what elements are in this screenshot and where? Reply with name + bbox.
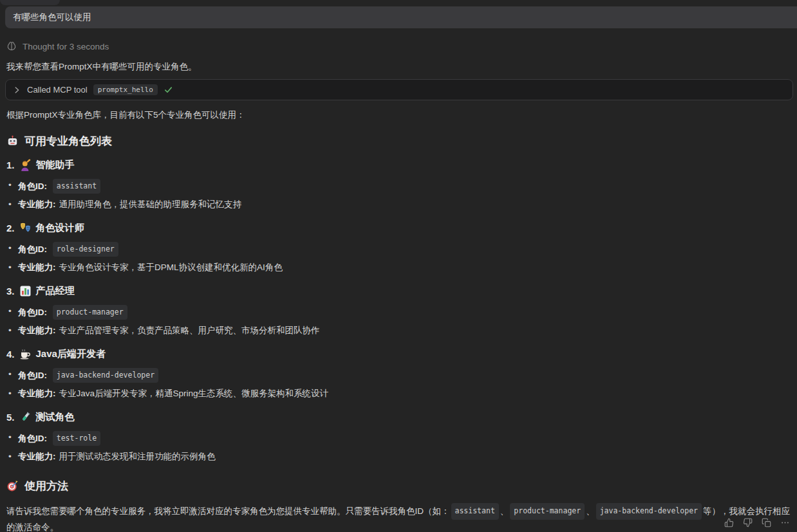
bar-chart-emoji-icon	[19, 285, 32, 297]
role-id-row: 角色ID: assistant	[6, 179, 797, 194]
assistant-intro: 我来帮您查看PromptX中有哪些可用的专业角色。	[6, 60, 791, 73]
role-id-label: 角色ID:	[18, 434, 47, 443]
role-ability-label: 专业能力:	[18, 389, 56, 398]
roles-section-heading: 可用专业角色列表	[6, 134, 797, 148]
role-title: 5. 测试角色	[6, 411, 797, 423]
message-actions-toolbar	[723, 517, 791, 528]
code-example-chip: assistant	[451, 503, 499, 520]
role-title: 3. 产品经理	[6, 285, 797, 297]
target-emoji-icon	[6, 480, 19, 492]
roles-heading-text: 可用专业角色列表	[24, 134, 112, 149]
role-ability-text: 专业产品管理专家，负责产品策略、用户研究、市场分析和团队协作	[59, 326, 320, 335]
usage-heading-text: 使用方法	[24, 479, 68, 493]
role-title: 2. 角色设计师	[6, 222, 797, 234]
more-icon[interactable]	[779, 517, 791, 528]
role-number: 1.	[6, 160, 15, 170]
copy-icon[interactable]	[760, 517, 772, 528]
role-number: 2.	[6, 223, 15, 234]
chevron-right-icon[interactable]	[12, 86, 21, 95]
role-id-chip: role-designer	[53, 242, 118, 257]
mcp-tool-call[interactable]: Called MCP tool promptx_hello	[5, 79, 793, 100]
assistant-summary: 根据PromptX专业角色库，目前有以下5个专业角色可以使用：	[6, 109, 791, 121]
role-id-chip: assistant	[53, 179, 100, 194]
role-id-chip: product-manager	[53, 305, 127, 320]
test-tube-emoji-icon	[19, 411, 32, 423]
usage-section-heading: 使用方法	[6, 479, 797, 493]
role-title: 4. Java后端开发者	[6, 348, 797, 360]
role-ability-text: 专业Java后端开发专家，精通Spring生态系统、微服务架构和系统设计	[59, 389, 329, 398]
code-example-chip: java-backend-developer	[596, 503, 702, 520]
role-id-row: 角色ID: test-role	[6, 431, 797, 446]
role-ability-row: 专业能力:专业Java后端开发专家，精通Spring生态系统、微服务架构和系统设…	[6, 387, 797, 400]
role-id-chip: java-backend-developer	[53, 368, 158, 383]
role-id-row: 角色ID: product-manager	[6, 305, 797, 320]
mcp-tool-name-badge: promptx_hello	[93, 84, 158, 95]
role-id-label: 角色ID:	[18, 371, 47, 380]
role-id-label: 角色ID:	[18, 181, 47, 191]
role-id-row: 角色ID: role-designer	[6, 242, 797, 257]
role-number: 3.	[6, 286, 15, 297]
coffee-emoji-icon	[19, 348, 32, 360]
role-ability-row: 专业能力:专业角色设计专家，基于DPML协议创建和优化新的AI角色	[6, 261, 797, 274]
role-ability-text: 专业角色设计专家，基于DPML协议创建和优化新的AI角色	[59, 262, 283, 272]
role-id-chip: test-role	[53, 431, 100, 446]
role-number: 4.	[6, 349, 15, 360]
role-title-text: 角色设计师	[36, 222, 84, 234]
role-ability-label: 专业能力:	[18, 452, 56, 461]
role-item: 4. Java后端开发者 角色ID: java-backend-develope…	[0, 348, 797, 400]
performing-arts-emoji-icon	[19, 222, 32, 234]
role-title-text: 产品经理	[36, 285, 75, 297]
role-ability-label: 专业能力:	[18, 326, 56, 335]
thought-summary[interactable]: Thought for 3 seconds	[6, 41, 797, 52]
role-id-label: 角色ID:	[18, 307, 47, 317]
thumbs-up-icon[interactable]	[723, 517, 735, 528]
role-ability-row: 专业能力:通用助理角色，提供基础的助理服务和记忆支持	[6, 198, 797, 211]
role-title-text: 测试角色	[36, 411, 75, 423]
role-ability-text: 通用助理角色，提供基础的助理服务和记忆支持	[59, 199, 242, 209]
code-example-chip: product-manager	[510, 503, 585, 520]
usage-paragraph: 请告诉我您需要哪个角色的专业服务，我将立即激活对应的专家角色为您提供专业帮助。只…	[6, 503, 791, 532]
role-ability-label: 专业能力:	[18, 199, 56, 209]
role-item: 2. 角色设计师 角色ID: role-designer 专业能力:专业角色设计…	[0, 222, 797, 274]
role-title: 1. 智能助手	[6, 159, 797, 171]
role-id-label: 角色ID:	[18, 244, 47, 254]
usage-text-before: 请告诉我您需要哪个角色的专业服务，我将立即激活对应的专家角色为您提供专业帮助。只…	[6, 506, 450, 516]
robot-emoji-icon	[6, 135, 19, 147]
raising-hand-emoji-icon	[19, 159, 32, 171]
role-ability-label: 专业能力:	[18, 262, 56, 272]
user-message-text: 有哪些角色可以使用	[13, 12, 91, 23]
mcp-tool-label: Called MCP tool	[27, 85, 88, 95]
brain-icon	[6, 41, 17, 51]
role-title-text: 智能助手	[36, 159, 75, 171]
role-number: 5.	[6, 412, 15, 423]
role-id-row: 角色ID: java-backend-developer	[6, 368, 797, 383]
role-item: 1. 智能助手 角色ID: assistant 专业能力:通用助理角色，提供基础…	[0, 159, 797, 211]
role-ability-row: 专业能力:专业产品管理专家，负责产品策略、用户研究、市场分析和团队协作	[6, 324, 797, 337]
thought-label: Thought for 3 seconds	[23, 42, 109, 51]
code-separator: 、	[586, 506, 595, 516]
previous-message-fragment	[0, 0, 60, 5]
role-item: 5. 测试角色 角色ID: test-role 专业能力:用于测试动态发现和注册…	[0, 411, 797, 463]
user-message-bubble[interactable]: 有哪些角色可以使用	[5, 6, 797, 28]
thumbs-down-icon[interactable]	[742, 517, 753, 528]
code-separator: 、	[500, 506, 509, 516]
role-item: 3. 产品经理 角色ID: product-manager 专业能力:专业产品管…	[0, 285, 797, 337]
check-icon	[164, 85, 173, 95]
role-ability-text: 用于测试动态发现和注册功能的示例角色	[59, 452, 216, 461]
role-ability-row: 专业能力:用于测试动态发现和注册功能的示例角色	[6, 450, 797, 463]
role-title-text: Java后端开发者	[36, 348, 106, 360]
